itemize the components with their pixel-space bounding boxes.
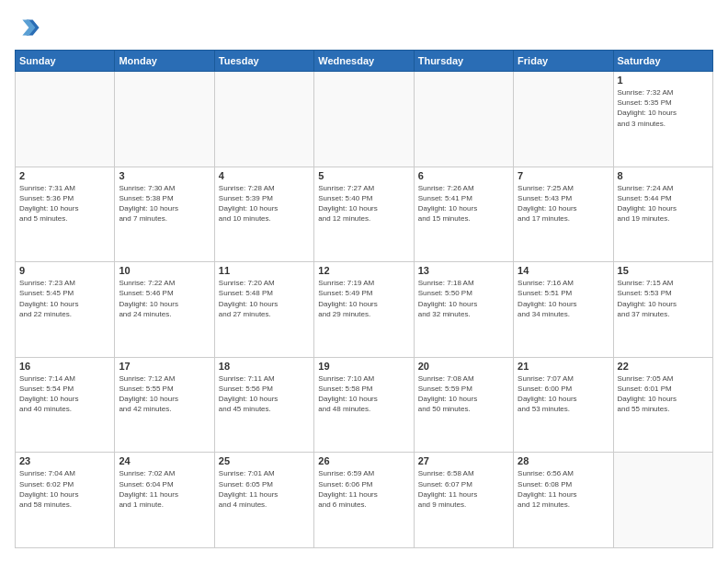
day-info: Sunrise: 7:26 AM Sunset: 5:41 PM Dayligh…	[418, 183, 509, 224]
day-cell: 16Sunrise: 7:14 AM Sunset: 5:54 PM Dayli…	[16, 357, 115, 453]
day-info: Sunrise: 7:11 AM Sunset: 5:56 PM Dayligh…	[219, 373, 310, 415]
day-cell: 14Sunrise: 7:16 AM Sunset: 5:51 PM Dayli…	[514, 262, 613, 358]
day-cell: 12Sunrise: 7:19 AM Sunset: 5:49 PM Dayli…	[314, 262, 414, 358]
day-number: 2	[19, 170, 110, 181]
day-number: 17	[119, 361, 210, 372]
day-number: 5	[318, 170, 409, 181]
day-number: 21	[518, 361, 609, 372]
day-number: 6	[418, 170, 509, 181]
day-info: Sunrise: 6:58 AM Sunset: 6:07 PM Dayligh…	[418, 468, 509, 510]
weekday-friday: Friday	[514, 51, 613, 72]
weekday-sunday: Sunday	[16, 51, 115, 72]
day-info: Sunrise: 7:19 AM Sunset: 5:49 PM Dayligh…	[318, 278, 409, 319]
day-cell: 1Sunrise: 7:32 AM Sunset: 5:35 PM Daylig…	[613, 72, 712, 167]
day-number: 28	[518, 455, 609, 466]
day-number: 13	[418, 265, 509, 276]
day-number: 22	[618, 361, 709, 372]
day-cell: 18Sunrise: 7:11 AM Sunset: 5:56 PM Dayli…	[214, 357, 313, 453]
day-number: 15	[618, 265, 709, 276]
day-info: Sunrise: 7:23 AM Sunset: 5:45 PM Dayligh…	[19, 278, 110, 319]
day-number: 14	[518, 265, 609, 276]
weekday-tuesday: Tuesday	[214, 51, 313, 72]
day-cell: 11Sunrise: 7:20 AM Sunset: 5:48 PM Dayli…	[214, 262, 313, 358]
day-cell: 2Sunrise: 7:31 AM Sunset: 5:36 PM Daylig…	[16, 167, 115, 262]
day-cell: 28Sunrise: 6:56 AM Sunset: 6:08 PM Dayli…	[514, 453, 613, 548]
week-row-1: 1Sunrise: 7:32 AM Sunset: 5:35 PM Daylig…	[16, 72, 713, 167]
weekday-thursday: Thursday	[414, 51, 513, 72]
day-cell: 6Sunrise: 7:26 AM Sunset: 5:41 PM Daylig…	[414, 167, 513, 262]
day-cell: 9Sunrise: 7:23 AM Sunset: 5:45 PM Daylig…	[16, 262, 115, 358]
day-info: Sunrise: 7:31 AM Sunset: 5:36 PM Dayligh…	[19, 183, 110, 224]
day-info: Sunrise: 7:25 AM Sunset: 5:43 PM Dayligh…	[518, 183, 609, 224]
day-cell: 10Sunrise: 7:22 AM Sunset: 5:46 PM Dayli…	[115, 262, 214, 358]
day-cell: 8Sunrise: 7:24 AM Sunset: 5:44 PM Daylig…	[613, 167, 712, 262]
day-info: Sunrise: 7:14 AM Sunset: 5:54 PM Dayligh…	[19, 373, 110, 415]
week-row-3: 9Sunrise: 7:23 AM Sunset: 5:45 PM Daylig…	[16, 262, 713, 358]
day-cell	[115, 72, 214, 167]
week-row-5: 23Sunrise: 7:04 AM Sunset: 6:02 PM Dayli…	[16, 453, 713, 548]
day-cell: 22Sunrise: 7:05 AM Sunset: 6:01 PM Dayli…	[613, 357, 712, 453]
day-info: Sunrise: 6:56 AM Sunset: 6:08 PM Dayligh…	[518, 468, 609, 510]
day-info: Sunrise: 7:02 AM Sunset: 6:04 PM Dayligh…	[119, 468, 210, 510]
day-info: Sunrise: 7:10 AM Sunset: 5:58 PM Dayligh…	[318, 373, 409, 415]
day-number: 11	[219, 265, 310, 276]
day-info: Sunrise: 7:05 AM Sunset: 6:01 PM Dayligh…	[618, 373, 709, 415]
day-cell: 15Sunrise: 7:15 AM Sunset: 5:53 PM Dayli…	[613, 262, 712, 358]
day-cell	[514, 72, 613, 167]
day-cell: 27Sunrise: 6:58 AM Sunset: 6:07 PM Dayli…	[414, 453, 513, 548]
weekday-header-row: SundayMondayTuesdayWednesdayThursdayFrid…	[16, 51, 713, 72]
week-row-4: 16Sunrise: 7:14 AM Sunset: 5:54 PM Dayli…	[16, 357, 713, 453]
day-number: 3	[119, 170, 210, 181]
day-number: 26	[318, 455, 409, 466]
day-number: 27	[418, 455, 509, 466]
day-number: 24	[119, 455, 210, 466]
day-info: Sunrise: 7:08 AM Sunset: 5:59 PM Dayligh…	[418, 373, 509, 415]
day-cell	[16, 72, 115, 167]
page: SundayMondayTuesdayWednesdayThursdayFrid…	[0, 0, 728, 563]
day-number: 4	[219, 170, 310, 181]
day-info: Sunrise: 7:04 AM Sunset: 6:02 PM Dayligh…	[19, 468, 110, 510]
day-number: 20	[418, 361, 509, 372]
day-number: 1	[618, 75, 709, 86]
day-number: 16	[19, 361, 110, 372]
day-cell: 4Sunrise: 7:28 AM Sunset: 5:39 PM Daylig…	[214, 167, 313, 262]
day-cell: 7Sunrise: 7:25 AM Sunset: 5:43 PM Daylig…	[514, 167, 613, 262]
day-cell: 19Sunrise: 7:10 AM Sunset: 5:58 PM Dayli…	[314, 357, 414, 453]
logo	[15, 15, 44, 40]
day-number: 9	[19, 265, 110, 276]
calendar-table: SundayMondayTuesdayWednesdayThursdayFrid…	[15, 50, 713, 548]
day-info: Sunrise: 7:30 AM Sunset: 5:38 PM Dayligh…	[119, 183, 210, 224]
day-cell: 3Sunrise: 7:30 AM Sunset: 5:38 PM Daylig…	[115, 167, 214, 262]
day-number: 18	[219, 361, 310, 372]
day-cell: 17Sunrise: 7:12 AM Sunset: 5:55 PM Dayli…	[115, 357, 214, 453]
day-info: Sunrise: 7:15 AM Sunset: 5:53 PM Dayligh…	[618, 278, 709, 319]
day-number: 25	[219, 455, 310, 466]
day-info: Sunrise: 7:32 AM Sunset: 5:35 PM Dayligh…	[618, 87, 709, 129]
day-cell: 5Sunrise: 7:27 AM Sunset: 5:40 PM Daylig…	[314, 167, 414, 262]
header	[15, 15, 713, 40]
day-number: 7	[518, 170, 609, 181]
day-info: Sunrise: 7:16 AM Sunset: 5:51 PM Dayligh…	[518, 278, 609, 319]
weekday-wednesday: Wednesday	[314, 51, 414, 72]
day-info: Sunrise: 7:28 AM Sunset: 5:39 PM Dayligh…	[219, 183, 310, 224]
day-info: Sunrise: 7:01 AM Sunset: 6:05 PM Dayligh…	[219, 468, 310, 510]
day-info: Sunrise: 7:27 AM Sunset: 5:40 PM Dayligh…	[318, 183, 409, 224]
day-info: Sunrise: 7:22 AM Sunset: 5:46 PM Dayligh…	[119, 278, 210, 319]
day-info: Sunrise: 7:12 AM Sunset: 5:55 PM Dayligh…	[119, 373, 210, 415]
day-cell	[314, 72, 414, 167]
day-cell: 20Sunrise: 7:08 AM Sunset: 5:59 PM Dayli…	[414, 357, 513, 453]
day-number: 23	[19, 455, 110, 466]
day-cell: 25Sunrise: 7:01 AM Sunset: 6:05 PM Dayli…	[214, 453, 313, 548]
logo-icon	[15, 15, 40, 40]
day-cell	[214, 72, 313, 167]
day-info: Sunrise: 7:24 AM Sunset: 5:44 PM Dayligh…	[618, 183, 709, 224]
day-number: 19	[318, 361, 409, 372]
day-cell: 26Sunrise: 6:59 AM Sunset: 6:06 PM Dayli…	[314, 453, 414, 548]
day-cell	[414, 72, 513, 167]
day-cell: 23Sunrise: 7:04 AM Sunset: 6:02 PM Dayli…	[16, 453, 115, 548]
day-number: 8	[618, 170, 709, 181]
day-number: 10	[119, 265, 210, 276]
day-info: Sunrise: 7:18 AM Sunset: 5:50 PM Dayligh…	[418, 278, 509, 319]
weekday-monday: Monday	[115, 51, 214, 72]
day-cell: 13Sunrise: 7:18 AM Sunset: 5:50 PM Dayli…	[414, 262, 513, 358]
